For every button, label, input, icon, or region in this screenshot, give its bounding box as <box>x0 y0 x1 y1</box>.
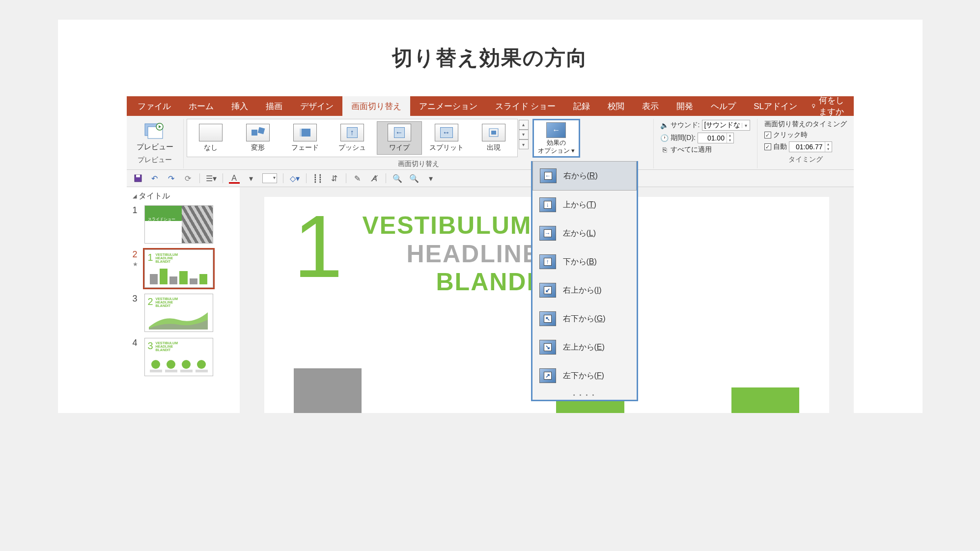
arrange-button[interactable]: ⇵ <box>329 173 340 184</box>
auto-checkbox[interactable]: ✓ <box>764 143 771 150</box>
onclick-checkbox[interactable]: ✓ <box>764 132 771 138</box>
direction-option[interactable]: ↑下から(B) <box>532 248 637 276</box>
transition-morph[interactable]: 変形 <box>235 121 280 155</box>
preview-button[interactable]: プレビュー <box>130 119 180 154</box>
transition-thumb-icon: ↔ <box>435 124 458 141</box>
dropdown-more[interactable]: • • • • <box>532 390 637 400</box>
transition-thumb-icon <box>199 124 223 141</box>
direction-option[interactable]: ↓上から(T) <box>532 191 637 219</box>
tab-transitions[interactable]: 画面切り替え <box>342 96 410 116</box>
qat-more-button[interactable]: ▾ <box>425 173 436 184</box>
gallery-more-button[interactable]: ▴▾▾ <box>519 119 529 150</box>
onclick-label: クリック時 <box>773 131 808 139</box>
main-area: タイトル 1 スライドショー タイトル 2★ 1 VESTIBULUMHEADL… <box>127 187 854 413</box>
thumb-number: 2 <box>133 249 140 260</box>
preview-icon <box>142 121 167 140</box>
transition-appear[interactable]: 出現 <box>471 121 516 155</box>
tab-design[interactable]: デザイン <box>291 96 342 116</box>
sound-label: サウンド: <box>671 121 700 130</box>
svg-rect-7 <box>302 129 310 137</box>
direction-option[interactable]: ↖右下から(G) <box>532 304 637 333</box>
save-button[interactable] <box>133 173 143 184</box>
outline-header[interactable]: タイトル <box>133 191 233 201</box>
thumb-row-2: 2★ 1 VESTIBULUMHEADLINEBLANDIT <box>133 249 233 288</box>
group-transitions-label: 画面切り替え <box>398 160 439 168</box>
spin-up[interactable]: ▴ <box>727 133 733 138</box>
transition-wipe[interactable]: ←ワイプ <box>377 121 422 155</box>
transition-none[interactable]: なし <box>188 121 233 155</box>
direction-label: 右上から(I) <box>563 285 602 296</box>
clear-format-button[interactable]: A̸ <box>369 173 380 184</box>
transition-push[interactable]: ↑プッシュ <box>330 121 375 155</box>
thumb-number: 4 <box>133 338 140 348</box>
tab-sladdin[interactable]: SLアドイン <box>745 96 806 116</box>
slide-thumb-3[interactable]: 2 VESTIBULUMHEADLINEBLANDIT <box>144 294 213 332</box>
transition-label: 変形 <box>251 143 265 152</box>
bullets-button[interactable]: ☰▾ <box>206 173 217 184</box>
repeat-button[interactable]: ⟳ <box>183 173 194 184</box>
auto-spin-up[interactable]: ▴ <box>825 142 832 147</box>
tab-animations[interactable]: アニメーション <box>410 96 486 116</box>
shapes-button[interactable]: ◇▾ <box>289 173 300 184</box>
group-timing-right: 画面切り替えのタイミング ✓ クリック時 ✓ 自動 ▴▾ <box>757 119 854 168</box>
direction-option[interactable]: ↙右上から(I) <box>532 276 637 304</box>
direction-option[interactable]: ←右から(R) <box>532 161 637 191</box>
direction-icon: ↓ <box>539 197 556 212</box>
thumb-number: 1 <box>133 205 140 216</box>
effect-options-button[interactable]: ← 効果の オプション ▾ <box>532 119 581 158</box>
slide-thumb-4[interactable]: 3 VESTIBULUMHEADLINEBLANDIT <box>144 338 213 376</box>
align-button[interactable]: ┋┋ <box>312 173 323 184</box>
tab-help[interactable]: ヘルプ <box>702 96 745 116</box>
auto-value[interactable] <box>789 142 825 152</box>
headline-2: HEADLINE <box>407 240 551 269</box>
svg-rect-4 <box>252 130 257 136</box>
direction-option[interactable]: ↘左上から(E) <box>532 333 637 361</box>
tab-developer[interactable]: 開発 <box>668 96 702 116</box>
tab-view[interactable]: 表示 <box>633 96 668 116</box>
direction-option[interactable]: ↗左下から(F) <box>532 361 637 390</box>
zoom-in-button[interactable]: 🔍 <box>392 173 403 184</box>
slide-thumb-1[interactable]: スライドショー タイトル <box>144 205 213 244</box>
font-color-arrow[interactable]: ▾ <box>246 173 256 184</box>
direction-option[interactable]: →左から(L) <box>532 219 637 248</box>
redo-button[interactable]: ↷ <box>166 173 177 184</box>
effect-options-icon: ← <box>546 122 566 138</box>
transition-thumb-icon <box>293 124 317 141</box>
thumb-row-4: 4 3 VESTIBULUMHEADLINEBLANDIT <box>133 338 233 376</box>
apply-all-button[interactable]: ⎘ すべてに適用 <box>661 145 750 154</box>
auto-spinner[interactable]: ▴▾ <box>789 141 832 152</box>
sound-combo[interactable]: ▾ <box>702 120 750 131</box>
apply-all-label: すべてに適用 <box>671 145 712 154</box>
fill-color-button[interactable] <box>262 173 277 183</box>
transition-label: スプリット <box>429 143 464 152</box>
slide-thumb-2[interactable]: 1 VESTIBULUMHEADLINEBLANDIT <box>144 249 213 288</box>
direction-icon: ↖ <box>539 311 556 326</box>
font-color-button[interactable]: A <box>229 173 240 184</box>
sound-value[interactable] <box>702 121 742 129</box>
apply-all-icon: ⎘ <box>661 146 669 154</box>
duration-spinner[interactable]: ▴▾ <box>698 133 734 143</box>
tab-draw[interactable]: 描画 <box>257 96 291 116</box>
tell-me-search[interactable]: 何をしますか <box>811 95 851 117</box>
auto-spin-down[interactable]: ▾ <box>825 147 832 152</box>
tab-home[interactable]: ホーム <box>180 96 223 116</box>
transition-label: プッシュ <box>338 143 366 152</box>
auto-label: 自動 <box>773 142 787 151</box>
tab-review[interactable]: 校閲 <box>599 96 633 116</box>
spin-down[interactable]: ▾ <box>727 138 733 143</box>
sound-dropdown-arrow[interactable]: ▾ <box>742 123 750 128</box>
svg-rect-5 <box>257 127 265 135</box>
zoom-out-button[interactable]: 🔍 <box>409 173 420 184</box>
tab-slideshow[interactable]: スライド ショー <box>486 96 565 116</box>
tab-file[interactable]: ファイル <box>129 96 180 116</box>
duration-value[interactable] <box>698 133 727 143</box>
tab-record[interactable]: 記録 <box>564 96 599 116</box>
transition-fade[interactable]: フェード <box>282 121 328 155</box>
tab-insert[interactable]: 挿入 <box>223 96 257 116</box>
transition-split[interactable]: ↔スプリット <box>424 121 469 155</box>
clock-icon: 🕐 <box>661 134 669 142</box>
ink-button[interactable]: ✎ <box>352 173 363 184</box>
undo-button[interactable]: ↶ <box>149 173 160 184</box>
headline-1: VESTIBULUM <box>363 212 551 240</box>
quick-access-toolbar: ↶ ↷ ⟳ ☰▾ A ▾ ◇▾ ┋┋ ⇵ ✎ A̸ 🔍 🔍 ▾ <box>127 170 854 187</box>
